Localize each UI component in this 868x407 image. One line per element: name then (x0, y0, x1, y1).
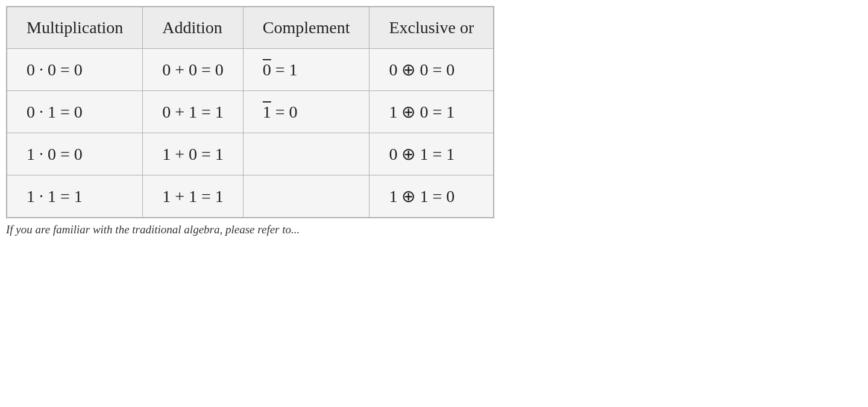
header-exclusive-or: Exclusive or (370, 7, 494, 49)
table-row: 0 · 1 = 0 0 + 1 = 1 1 = 0 1 ⊕ 0 = 1 (7, 91, 494, 133)
header-addition: Addition (143, 7, 244, 49)
mult-cell-2: 0 · 1 = 0 (7, 91, 143, 133)
comp-cell-4 (243, 175, 370, 218)
table-row: 0 · 0 = 0 0 + 0 = 0 0 = 1 0 ⊕ 0 = 0 (7, 49, 494, 91)
page-wrapper: Multiplication Addition Complement Exclu… (0, 0, 868, 407)
add-cell-4: 1 + 1 = 1 (143, 175, 244, 218)
table-row: 1 · 1 = 1 1 + 1 = 1 1 ⊕ 1 = 0 (7, 175, 494, 218)
overline-1: 1 (263, 103, 271, 121)
comp-cell-1: 0 = 1 (243, 49, 370, 91)
xor-cell-2: 1 ⊕ 0 = 1 (370, 91, 494, 133)
comp-cell-2: 1 = 0 (243, 91, 370, 133)
xor-cell-1: 0 ⊕ 0 = 0 (370, 49, 494, 91)
boolean-algebra-table: Multiplication Addition Complement Exclu… (6, 6, 494, 218)
mult-cell-1: 0 · 0 = 0 (7, 49, 143, 91)
overline-0: 0 (263, 60, 271, 79)
xor-cell-4: 1 ⊕ 1 = 0 (370, 175, 494, 218)
header-complement: Complement (243, 7, 370, 49)
add-cell-1: 0 + 0 = 0 (143, 49, 244, 91)
header-multiplication: Multiplication (7, 7, 143, 49)
xor-cell-3: 0 ⊕ 1 = 1 (370, 133, 494, 175)
comp-cell-3 (243, 133, 370, 175)
mult-cell-3: 1 · 0 = 0 (7, 133, 143, 175)
mult-cell-4: 1 · 1 = 1 (7, 175, 143, 218)
bottom-caption: If you are familiar with the traditional… (6, 223, 300, 236)
add-cell-2: 0 + 1 = 1 (143, 91, 244, 133)
table-row: 1 · 0 = 0 1 + 0 = 1 0 ⊕ 1 = 1 (7, 133, 494, 175)
add-cell-3: 1 + 0 = 1 (143, 133, 244, 175)
